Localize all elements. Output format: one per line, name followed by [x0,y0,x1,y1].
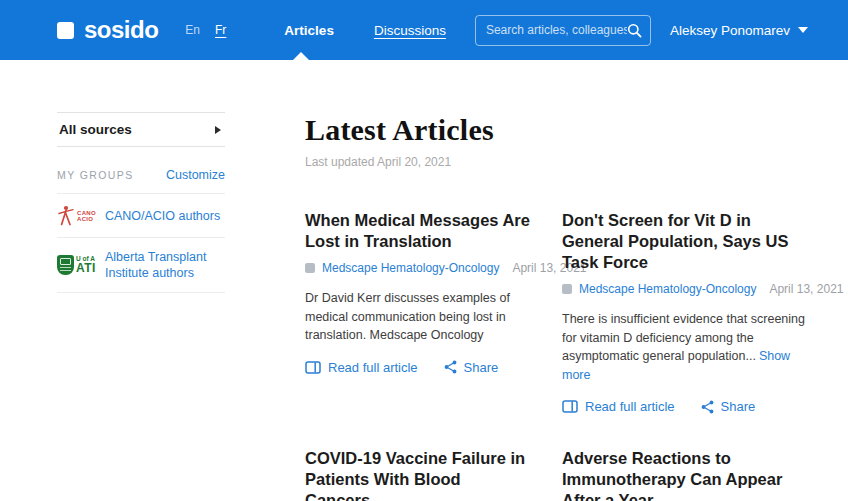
article-icon [305,361,321,374]
article-icon [562,400,578,413]
share-icon [701,400,714,414]
main-nav: Articles Discussions [284,23,446,38]
article-date: April 13, 2021 [769,282,843,296]
share-icon [444,360,457,374]
read-full-article-link[interactable]: Read full article [562,399,675,414]
article-card: Adverse Reactions to Immunotherapy Can A… [562,448,807,501]
article-meta: Medscape Hematology-Oncology April 13, 2… [562,282,807,296]
shield-icon [57,255,74,275]
language-switcher: En Fr [185,23,226,37]
active-tab-pointer [293,52,309,60]
my-groups-label: MY GROUPS [57,169,134,181]
main-content: Latest Articles Last updated April 20, 2… [305,113,807,501]
source-icon [305,263,315,273]
search-icon[interactable] [627,23,642,38]
user-menu[interactable]: Aleksey Ponomarev [670,23,808,38]
cano-logo-text: CANO ACIO [77,210,96,222]
all-sources-label: All sources [59,122,132,137]
my-groups-header: MY GROUPS Customize [57,168,225,194]
brand-square-icon [57,22,74,39]
brand-logo[interactable]: sosido [57,16,158,44]
user-name: Aleksey Ponomarev [670,23,790,38]
share-link[interactable]: Share [444,360,499,375]
articles-grid: When Medical Messages Are Lost in Transl… [305,210,807,501]
source-icon [562,284,572,294]
sidebar: All sources MY GROUPS Customize CANO ACI… [57,112,225,501]
page-body: All sources MY GROUPS Customize CANO ACI… [0,60,848,501]
source-link[interactable]: Medscape Hematology-Oncology [322,261,499,275]
article-actions: Read full article Share [562,399,807,414]
sidebar-item-alberta-transplant[interactable]: U of A ATI Alberta Transplant Institute … [57,238,225,293]
article-meta: Medscape Hematology-Oncology April 13, 2… [305,261,530,275]
lang-fr-link[interactable]: Fr [215,23,226,37]
all-sources-selector[interactable]: All sources [57,112,225,147]
group-link-cano: CANO/ACIO authors [105,208,220,224]
group-link-ati: Alberta Transplant Institute authors [105,249,225,281]
article-actions: Read full article Share [305,360,530,375]
lang-en: En [185,23,200,37]
article-title[interactable]: Don't Screen for Vit D in General Popula… [562,210,807,273]
article-title[interactable]: Adverse Reactions to Immunotherapy Can A… [562,448,807,501]
read-full-article-link[interactable]: Read full article [305,360,418,375]
uofa-ati-logo: U of A ATI [57,255,96,275]
app-header: sosido En Fr Articles Discussions Alekse… [0,0,848,60]
brand-name: sosido [84,16,158,44]
article-title[interactable]: COVID-19 Vaccine Failure in Patients Wit… [305,448,530,501]
chevron-down-icon [798,27,808,33]
article-title[interactable]: When Medical Messages Are Lost in Transl… [305,210,530,252]
page-title: Latest Articles [305,113,807,147]
search-box[interactable] [475,15,651,46]
last-updated-text: Last updated April 20, 2021 [305,155,807,169]
article-excerpt: Dr David Kerr discusses examples of medi… [305,289,530,345]
nav-tab-articles[interactable]: Articles [284,23,334,38]
article-card: Don't Screen for Vit D in General Popula… [562,210,807,414]
article-card: COVID-19 Vaccine Failure in Patients Wit… [305,448,530,501]
article-card: When Medical Messages Are Lost in Transl… [305,210,530,414]
chevron-right-icon [215,126,221,134]
search-input[interactable] [486,23,627,37]
source-link[interactable]: Medscape Hematology-Oncology [579,282,756,296]
share-link[interactable]: Share [701,399,756,414]
sidebar-item-cano-acio[interactable]: CANO ACIO CANO/ACIO authors [57,194,225,238]
customize-link[interactable]: Customize [166,168,225,182]
cano-acio-logo: CANO ACIO [57,205,96,226]
nav-tab-discussions[interactable]: Discussions [374,23,446,38]
article-excerpt: There is insufficient evidence that scre… [562,310,807,384]
